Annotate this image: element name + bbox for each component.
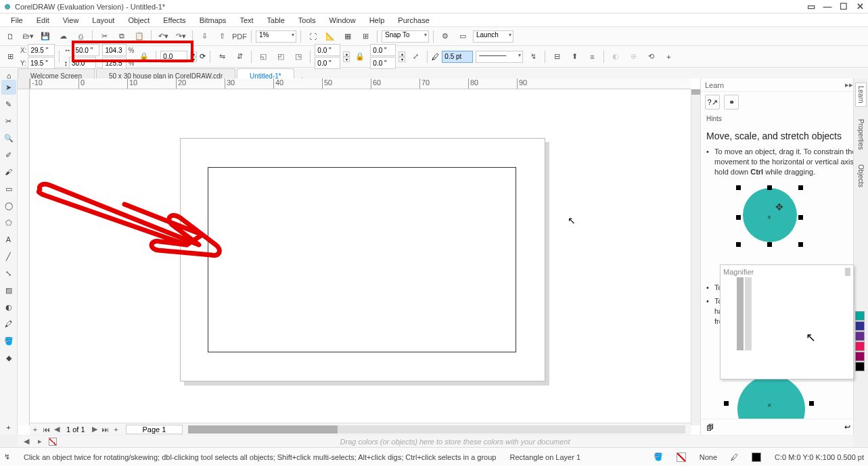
pick-tool[interactable]: ➤ bbox=[1, 80, 16, 95]
outline-swatch[interactable] bbox=[752, 452, 761, 462]
order-button[interactable]: ⊟ bbox=[549, 49, 564, 64]
refresh-button[interactable]: ⟲ bbox=[643, 49, 658, 64]
rotation-input[interactable] bbox=[160, 51, 187, 63]
smart-fill-tool[interactable]: ◆ bbox=[1, 350, 16, 365]
align-text-button[interactable]: ≡ bbox=[585, 49, 599, 64]
print-button[interactable]: ⎙ bbox=[73, 29, 88, 44]
corner-round-button[interactable]: ◱ bbox=[256, 49, 271, 64]
drop-shadow-tool[interactable]: ▨ bbox=[1, 283, 16, 298]
export-button[interactable]: ⇧ bbox=[214, 29, 229, 44]
save-button[interactable]: 💾 bbox=[38, 29, 53, 44]
import-button[interactable]: ⇩ bbox=[197, 29, 212, 44]
polygon-tool[interactable]: ⬠ bbox=[1, 215, 16, 230]
options-button[interactable]: ⚙ bbox=[438, 29, 453, 44]
cut-button[interactable]: ✂ bbox=[97, 29, 112, 44]
y-position-input[interactable] bbox=[28, 57, 55, 69]
vertical-ruler[interactable] bbox=[18, 89, 30, 425]
menu-view[interactable]: View bbox=[56, 15, 86, 26]
transparency-tool[interactable]: ◐ bbox=[1, 300, 16, 314]
text-tool[interactable]: A bbox=[1, 232, 16, 247]
palette-swatch[interactable] bbox=[855, 331, 865, 341]
cloud-button[interactable]: ☁ bbox=[55, 29, 70, 44]
launch-dropdown[interactable]: Launch bbox=[473, 30, 513, 43]
parallel-dim-tool[interactable]: ╱ bbox=[1, 249, 16, 264]
hints-clipboard-button[interactable]: 🗐 bbox=[706, 423, 714, 432]
weld-button[interactable]: ⊕ bbox=[626, 49, 641, 64]
zoom-level[interactable]: 1% bbox=[256, 30, 296, 43]
document-palette[interactable]: ◀ ▸ Drag colors (or objects) here to sto… bbox=[18, 435, 853, 447]
paste-button[interactable]: 📋 bbox=[132, 29, 147, 44]
grid-button[interactable]: ▦ bbox=[340, 29, 355, 44]
undo-button[interactable]: ↶▾ bbox=[156, 29, 170, 44]
palette-swatch[interactable] bbox=[855, 321, 865, 331]
height-input[interactable] bbox=[69, 57, 96, 69]
scale-w-input[interactable] bbox=[102, 44, 127, 56]
corner-bl-input[interactable] bbox=[315, 57, 340, 69]
lock-ratio-button[interactable]: 🔒 bbox=[137, 49, 152, 64]
corner-tr-input[interactable] bbox=[370, 44, 396, 56]
explore-tab-button[interactable]: ⚭ bbox=[724, 95, 739, 110]
outline-width-input[interactable] bbox=[442, 51, 473, 63]
menu-edit[interactable]: Edit bbox=[30, 15, 56, 26]
hints-back-button[interactable]: ↩ bbox=[844, 423, 850, 431]
prev-page-button[interactable]: ◀ bbox=[51, 425, 62, 434]
outline-indicator-icon[interactable]: 🖊 bbox=[731, 453, 738, 461]
docker-tab-objects[interactable]: Objects bbox=[856, 162, 866, 190]
sub-minimize-icon[interactable]: ▭ bbox=[806, 1, 817, 11]
snap-to-dropdown[interactable]: Snap To bbox=[382, 30, 429, 43]
horizontal-scrollbar[interactable] bbox=[188, 425, 685, 434]
add-page-button[interactable]: + bbox=[30, 425, 41, 434]
quick-custom-button[interactable]: + bbox=[1, 420, 16, 435]
connector-tool[interactable]: ⤡ bbox=[1, 266, 16, 281]
shape-tool[interactable]: ✎ bbox=[1, 97, 16, 112]
eyedropper-tool[interactable]: 🖍 bbox=[1, 317, 16, 331]
rot-down[interactable]: ▾ bbox=[190, 57, 197, 62]
docker-tab-properties[interactable]: Properties bbox=[856, 116, 866, 153]
horizontal-ruler[interactable]: -100102030405060708090 bbox=[30, 78, 691, 89]
learn-collapse-button[interactable]: ▸▸ bbox=[845, 80, 853, 89]
vertical-scrollbar[interactable] bbox=[691, 89, 700, 425]
relative-scaling-button[interactable]: ⤢ bbox=[408, 49, 423, 64]
mirror-h-button[interactable]: ⇋ bbox=[214, 49, 229, 64]
line-style-dropdown[interactable]: ———— bbox=[476, 51, 523, 63]
palette-left-button[interactable]: ◀ bbox=[22, 437, 31, 446]
to-front-button[interactable]: ⬆ bbox=[567, 49, 582, 64]
scale-h-input[interactable] bbox=[102, 57, 127, 69]
guidelines-button[interactable]: ⊞ bbox=[358, 29, 373, 44]
last-page-button[interactable]: ⏭ bbox=[100, 425, 111, 434]
corner-lock-button[interactable]: 🔒 bbox=[352, 49, 367, 64]
corner-chamfer-button[interactable]: ◳ bbox=[291, 49, 306, 64]
first-page-button[interactable]: ⏮ bbox=[41, 425, 51, 434]
ruler-corner[interactable] bbox=[18, 78, 30, 89]
close-button[interactable]: ✕ bbox=[854, 1, 865, 11]
palette-swatch[interactable] bbox=[855, 311, 865, 321]
ellipse-tool[interactable]: ◯ bbox=[1, 198, 16, 213]
palette-swatch[interactable] bbox=[855, 362, 865, 371]
fill-tool[interactable]: 🪣 bbox=[1, 333, 16, 348]
object-origin-button[interactable]: ⊞ bbox=[3, 49, 18, 64]
artistic-media-tool[interactable]: 🖌 bbox=[1, 164, 16, 179]
hints-tab-button[interactable]: ?↗ bbox=[705, 95, 720, 110]
add-button[interactable]: + bbox=[661, 49, 676, 64]
palette-swatch[interactable] bbox=[855, 352, 865, 361]
menu-help[interactable]: Help bbox=[363, 15, 392, 26]
width-input[interactable] bbox=[72, 44, 99, 56]
magnifier-scrollbar[interactable] bbox=[845, 268, 850, 276]
menu-tools[interactable]: Tools bbox=[292, 15, 323, 26]
menu-effects[interactable]: Effects bbox=[156, 15, 192, 26]
copy-button[interactable]: ⧉ bbox=[114, 29, 129, 44]
rectangle-tool[interactable]: ▭ bbox=[1, 181, 16, 196]
mirror-v-button[interactable]: ⇵ bbox=[232, 49, 247, 64]
new-doc-button[interactable]: 🗋 bbox=[3, 29, 18, 44]
redo-button[interactable]: ↷▾ bbox=[173, 29, 188, 44]
palette-swatch[interactable] bbox=[855, 342, 865, 351]
maximize-button[interactable]: ☐ bbox=[838, 1, 849, 11]
convert-curves-button[interactable]: ◐ bbox=[608, 49, 623, 64]
zoom-tool[interactable]: 🔍 bbox=[1, 131, 16, 145]
canvas-area[interactable]: -100102030405060708090 ↖ + ⏮ ◀ 1 of 1 ▶ … bbox=[18, 78, 700, 435]
corner-scallop-button[interactable]: ◰ bbox=[273, 49, 288, 64]
menu-text[interactable]: Text bbox=[233, 15, 260, 26]
fill-indicator-icon[interactable]: 🪣 bbox=[654, 452, 663, 461]
rot-up[interactable]: ▴ bbox=[190, 51, 197, 57]
add-page-after-button[interactable]: + bbox=[111, 425, 122, 434]
